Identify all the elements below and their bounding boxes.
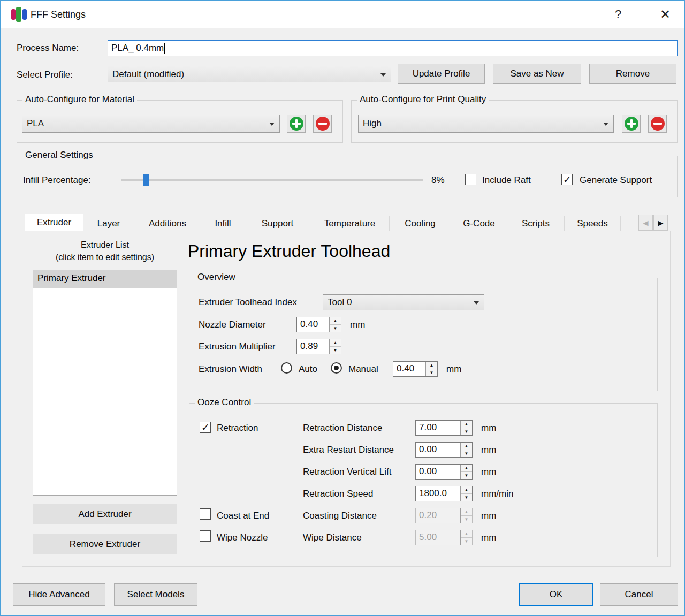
extruder-list-subtitle: (click item to edit settings) <box>33 253 177 262</box>
tab-scroll-right-icon[interactable]: ▶ <box>653 215 668 231</box>
ok-button[interactable]: OK <box>519 583 593 606</box>
spin-down-icon[interactable]: ▼ <box>330 325 341 332</box>
add-extruder-button[interactable]: Add Extruder <box>33 504 177 524</box>
tab-speeds[interactable]: Speeds <box>565 216 621 231</box>
list-item[interactable]: Primary Extruder <box>33 270 177 288</box>
material-dropdown[interactable]: PLA <box>22 115 280 133</box>
select-profile-label: Select Profile: <box>17 70 73 80</box>
select-models-button[interactable]: Select Models <box>114 583 197 606</box>
retraction-label: Retraction <box>217 423 258 434</box>
extrusion-multiplier-value: 0.89 <box>297 339 329 354</box>
tab-support[interactable]: Support <box>245 216 310 231</box>
spinner-arrows: ▲▼ <box>460 486 472 501</box>
overview-title: Overview <box>195 272 238 283</box>
extrusion-width-manual-label: Manual <box>348 364 378 375</box>
tab-scroll-left-icon[interactable]: ◀ <box>638 215 653 231</box>
extrusion-width-value: 0.40 <box>393 362 425 376</box>
spin-down-icon[interactable]: ▼ <box>461 494 472 501</box>
chevron-down-icon <box>269 123 275 126</box>
spin-up-icon[interactable]: ▲ <box>426 362 437 369</box>
spin-down-icon: ▼ <box>461 538 472 545</box>
spin-down-icon[interactable]: ▼ <box>330 347 341 354</box>
include-raft-checkbox[interactable] <box>465 174 476 185</box>
spin-down-icon: ▼ <box>461 516 472 523</box>
spin-down-icon[interactable]: ▼ <box>461 428 472 435</box>
save-as-new-button[interactable]: Save as New <box>493 64 581 84</box>
add-material-button[interactable] <box>287 115 306 133</box>
minus-icon <box>316 117 330 131</box>
extruder-list-title: Extruder List <box>33 240 177 250</box>
wipe-distance-label: Wipe Distance <box>303 533 362 543</box>
remove-material-button[interactable] <box>313 115 332 133</box>
retraction-vertical-lift-unit: mm <box>481 467 496 477</box>
extrusion-width-spinner[interactable]: 0.40 ▲▼ <box>393 361 438 377</box>
generate-support-checkbox[interactable] <box>561 174 573 185</box>
infill-slider-handle[interactable] <box>143 174 149 186</box>
spinner-arrows: ▲▼ <box>425 362 437 376</box>
extrusion-multiplier-label: Extrusion Multiplier <box>199 341 276 352</box>
spin-up-icon[interactable]: ▲ <box>461 486 472 494</box>
tab-additions[interactable]: Additions <box>134 216 201 231</box>
wipe-distance-unit: mm <box>481 533 496 543</box>
settings-tab-bar: Extruder Layer Additions Infill Support … <box>25 214 621 231</box>
tab-temperature[interactable]: Temperature <box>310 216 390 231</box>
spin-down-icon[interactable]: ▼ <box>461 472 472 479</box>
infill-slider-track[interactable] <box>121 179 423 181</box>
extrusion-width-manual-radio[interactable] <box>331 362 342 374</box>
update-profile-button[interactable]: Update Profile <box>398 64 485 84</box>
plus-icon <box>625 117 638 131</box>
spin-up-icon: ▲ <box>461 508 472 516</box>
hide-advanced-button[interactable]: Hide Advanced <box>13 583 105 606</box>
tab-extruder[interactable]: Extruder <box>25 214 83 231</box>
extruder-listbox: Primary Extruder <box>33 270 177 496</box>
extrusion-width-auto-radio[interactable] <box>281 362 292 374</box>
quality-dropdown-value: High <box>363 118 382 129</box>
coasting-distance-spinner: 0.20 ▲▼ <box>415 508 473 523</box>
retraction-vertical-lift-spinner[interactable]: 0.00 ▲▼ <box>415 464 473 480</box>
quality-dropdown[interactable]: High <box>358 115 614 133</box>
ooze-control-title: Ooze Control <box>195 397 254 408</box>
retraction-distance-label: Retraction Distance <box>303 423 382 434</box>
spin-up-icon[interactable]: ▲ <box>461 465 472 472</box>
cancel-button[interactable]: Cancel <box>600 583 678 606</box>
remove-extruder-button[interactable]: Remove Extruder <box>33 534 177 554</box>
spin-up-icon[interactable]: ▲ <box>330 339 341 347</box>
retraction-distance-spinner[interactable]: 7.00 ▲▼ <box>415 420 473 436</box>
process-name-input[interactable]: PLA_ 0.4mm <box>108 40 678 56</box>
close-icon[interactable]: ✕ <box>650 1 680 28</box>
spin-up-icon[interactable]: ▲ <box>330 317 341 325</box>
remove-profile-button[interactable]: Remove <box>589 64 676 84</box>
spinner-arrows: ▲▼ <box>460 421 472 435</box>
extra-restart-distance-label: Extra Restart Distance <box>303 445 394 455</box>
coast-at-end-label: Coast at End <box>217 511 269 521</box>
tab-layer[interactable]: Layer <box>83 216 134 231</box>
tab-scripts[interactable]: Scripts <box>507 216 565 231</box>
nozzle-diameter-spinner[interactable]: 0.40 ▲▼ <box>296 317 341 332</box>
add-quality-button[interactable] <box>622 115 641 133</box>
spin-up-icon[interactable]: ▲ <box>461 443 472 450</box>
tab-cooling[interactable]: Cooling <box>390 216 451 231</box>
retraction-speed-spinner[interactable]: 1800.0 ▲▼ <box>415 486 473 501</box>
extrusion-width-label: Extrusion Width <box>199 364 262 375</box>
tab-gcode[interactable]: G-Code <box>451 216 507 231</box>
profile-dropdown[interactable]: Default (modified) <box>108 66 391 82</box>
help-button[interactable]: ? <box>604 1 632 28</box>
wipe-distance-spinner: 5.00 ▲▼ <box>415 530 473 545</box>
extra-restart-distance-spinner[interactable]: 0.00 ▲▼ <box>415 442 473 458</box>
nozzle-diameter-value: 0.40 <box>297 317 329 332</box>
spin-down-icon[interactable]: ▼ <box>426 369 437 376</box>
coast-at-end-checkbox[interactable] <box>200 508 211 520</box>
extrusion-multiplier-spinner[interactable]: 0.89 ▲▼ <box>296 339 341 354</box>
wipe-nozzle-checkbox[interactable] <box>200 530 211 542</box>
profile-dropdown-value: Default (modified) <box>112 69 184 80</box>
tab-infill[interactable]: Infill <box>201 216 245 231</box>
toolhead-index-dropdown[interactable]: Tool 0 <box>323 294 484 310</box>
extra-restart-distance-value: 0.00 <box>416 443 460 457</box>
spin-up-icon[interactable]: ▲ <box>461 421 472 428</box>
include-raft-label: Include Raft <box>482 175 531 186</box>
nozzle-diameter-label: Nozzle Diameter <box>199 320 266 330</box>
remove-quality-button[interactable] <box>648 115 667 133</box>
title-bar: FFF Settings ? ✕ <box>1 1 684 28</box>
spin-down-icon[interactable]: ▼ <box>461 450 472 457</box>
retraction-checkbox[interactable] <box>200 422 211 433</box>
